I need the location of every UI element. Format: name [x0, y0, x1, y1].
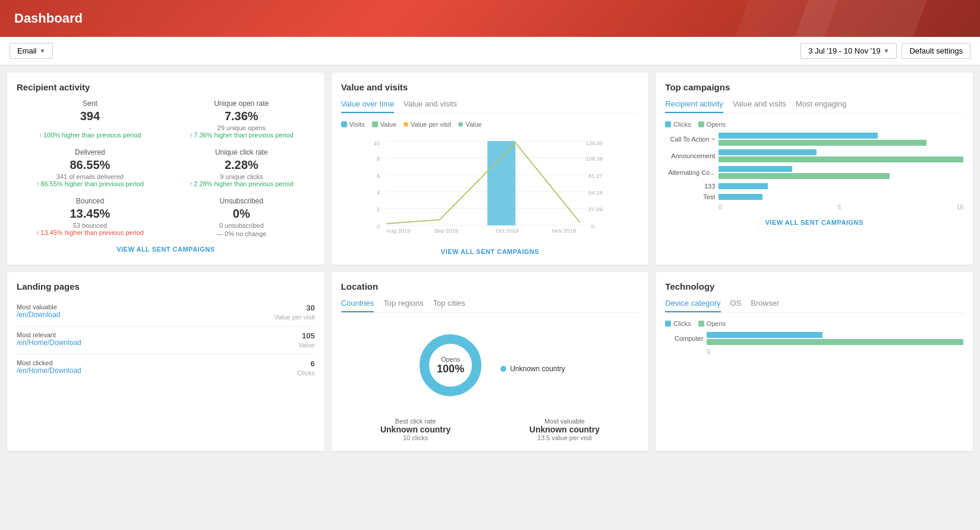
metric-bounced-value: 13.45% — [17, 207, 163, 221]
most-valuable-loc-name: Unknown country — [530, 425, 600, 434]
lp-item-valuable: Most valuable /en/Download 30 Value per … — [17, 299, 315, 327]
most-valuable-loc-label: Most valuable — [530, 418, 600, 425]
lp-link-valuable[interactable]: /en/Download — [17, 311, 60, 319]
landing-pages-title: Landing pages — [17, 281, 315, 291]
svg-text:8: 8 — [377, 155, 380, 162]
up-arrow-icon — [39, 131, 42, 139]
campaign-opens-bar-alternating — [719, 173, 890, 179]
value-legend-icon — [372, 121, 378, 127]
tab-value-visits-tc[interactable]: Value and visits — [733, 99, 786, 113]
toolbar-left: Email ▼ — [10, 43, 53, 59]
recipient-view-all[interactable]: VIEW ALL SENT CAMPAIGNS — [17, 246, 315, 253]
svg-text:Nov 2019: Nov 2019 — [552, 227, 575, 234]
campaign-opens-bar-announcement — [719, 156, 963, 162]
metric-open-rate-label: Unique open rate — [168, 99, 315, 108]
svg-text:27.09: 27.09 — [588, 206, 603, 212]
metric-unsubscribed-label: Unsubscribed — [168, 197, 315, 205]
clicks-legend-icon — [665, 121, 671, 127]
legend-clicks: Clicks — [665, 121, 691, 128]
value-per-visit-legend-icon — [404, 122, 408, 127]
tab-os[interactable]: OS — [730, 299, 742, 312]
unknown-country-label: Unknown country — [510, 365, 565, 373]
lp-link-relevant[interactable]: /en/Home/Download — [17, 338, 81, 347]
date-range-label: 3 Jul '19 - 10 Nov '19 — [808, 46, 880, 55]
value-visits-card: Value and visits Value over time Value a… — [332, 73, 649, 265]
campaign-bars-cta — [719, 133, 963, 146]
lp-type-relevant: Most relevant — [17, 331, 81, 338]
metric-delivered-sub: 341 of emails delivered — [17, 173, 163, 180]
legend-value: Value — [372, 121, 396, 128]
campaign-row-cta: Call To Action ~ — [665, 133, 963, 146]
lp-type-valuable: Most valuable — [17, 303, 60, 311]
default-settings-button[interactable]: Default settings — [902, 43, 970, 59]
top-campaigns-view-all[interactable]: VIEW ALL SENT CAMPAIGNS — [665, 219, 963, 226]
recipient-metrics-grid: Sent 394 - 100% higher than previous per… — [17, 99, 315, 237]
svg-text:135.45: 135.45 — [585, 140, 603, 146]
unknown-country-legend: Unknown country — [500, 365, 565, 373]
tech-axis: 0 — [665, 349, 963, 355]
metric-bounced-change: 13.45% higher than previous period — [17, 229, 163, 236]
unknown-country-dot — [500, 366, 506, 372]
tab-value-over-time[interactable]: Value over time — [341, 99, 394, 113]
svg-text:Oct 2019: Oct 2019 — [496, 227, 518, 234]
lp-num-relevant: 105 — [298, 331, 314, 340]
tab-most-engaging[interactable]: Most engaging — [796, 99, 846, 113]
svg-text:6: 6 — [377, 173, 380, 179]
metric-delivered-change: 86.55% higher than previous period — [17, 180, 163, 187]
tab-browser[interactable]: Browser — [751, 299, 779, 312]
campaign-row-alternating: Alternating Co... — [665, 166, 963, 179]
svg-text:2: 2 — [377, 206, 380, 212]
metric-delivered: Delivered 86.55% 341 of emails delivered… — [17, 148, 163, 187]
metric-delivered-label: Delivered — [17, 148, 163, 156]
chart-legend: Visits Value Value per visit Value — [341, 121, 639, 128]
svg-text:81.27: 81.27 — [588, 173, 603, 179]
value-visits-view-all[interactable]: VIEW ALL SENT CAMPAIGNS — [341, 248, 639, 255]
campaign-bars-alternating — [719, 166, 963, 179]
svg-rect-18 — [487, 141, 515, 225]
technology-legend: Clicks Opens — [665, 320, 963, 327]
recipient-activity-title: Recipient activity — [17, 82, 315, 92]
metric-bounced-label: Bounced — [17, 197, 163, 205]
lp-link-clicked[interactable]: /en/Home/Download — [17, 366, 81, 375]
campaigns-axis: 0 5 10 — [665, 204, 963, 211]
lp-type-clicked: Most clicked — [17, 359, 81, 366]
location-tabs: Countries Top regions Top cities — [341, 299, 639, 313]
tab-top-regions[interactable]: Top regions — [383, 299, 423, 312]
location-main: Opens 100% Unknown country — [415, 330, 565, 410]
tab-countries[interactable]: Countries — [341, 299, 374, 312]
svg-text:0: 0 — [377, 223, 380, 230]
donut-center: Opens 100% — [437, 356, 464, 375]
value2-legend-icon — [458, 122, 463, 127]
tab-device-category[interactable]: Device category — [665, 299, 720, 312]
top-campaigns-card: Top campaigns Recipient activity Value a… — [656, 73, 973, 265]
campaign-bars-announcement — [719, 149, 963, 162]
legend-value-per-visit: Value per visit — [404, 121, 451, 128]
metric-sent-change: 100% higher than previous period — [17, 131, 163, 139]
value-visits-tabs: Value over time Value and visits — [341, 99, 639, 114]
tab-recipient-activity[interactable]: Recipient activity — [665, 99, 723, 113]
legend-clicks-tech: Clicks — [665, 320, 691, 327]
date-range-dropdown[interactable]: 3 Jul '19 - 10 Nov '19 ▼ — [801, 43, 897, 59]
lp-item-relevant: Most relevant /en/Home/Download 105 Valu… — [17, 327, 315, 355]
tab-top-cities[interactable]: Top cities — [433, 299, 465, 312]
tab-value-and-visits[interactable]: Value and visits — [404, 99, 457, 113]
lp-num-clicked: 6 — [297, 359, 314, 368]
campaign-name-announcement: Announcement — [665, 152, 719, 159]
lp-unit-clicked: Clicks — [297, 369, 314, 377]
campaign-clicks-bar-announcement — [719, 149, 817, 155]
svg-text:4: 4 — [377, 189, 380, 196]
campaign-opens-bar-cta — [719, 140, 927, 146]
header: Dashboard — [0, 0, 980, 37]
svg-text:0: 0 — [591, 223, 594, 230]
visits-legend-icon — [341, 121, 347, 127]
donut-value: 100% — [437, 363, 464, 375]
metric-click-rate-label: Unique click rate — [168, 148, 315, 156]
landing-pages-card: Landing pages Most valuable /en/Download… — [7, 272, 324, 451]
email-dropdown[interactable]: Email ▼ — [10, 43, 53, 59]
donut-label: Opens — [437, 356, 464, 363]
location-stats: Best click rate Unknown country 10 click… — [341, 418, 639, 441]
campaign-name-133: 133 — [665, 183, 719, 190]
lp-item-clicked: Most clicked /en/Home/Download 6 Clicks — [17, 355, 315, 382]
top-campaigns-tabs: Recipient activity Value and visits Most… — [665, 99, 963, 114]
lp-unit-relevant: Value — [298, 341, 314, 349]
